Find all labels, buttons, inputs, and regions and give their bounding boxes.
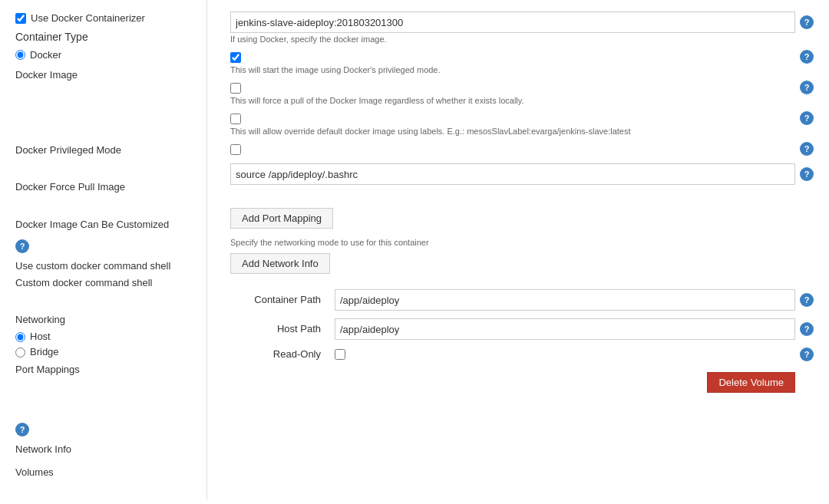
docker-force-pull-help-icon[interactable]: ?	[800, 81, 814, 94]
networking-help-icon-left[interactable]: ?	[15, 423, 29, 436]
host-path-label: Host Path	[277, 323, 321, 334]
right-panel: ? If using Docker, specify the docker im…	[207, 0, 829, 500]
networking-left-label: Networking	[15, 314, 65, 325]
container-path-help-icon[interactable]: ?	[800, 293, 814, 307]
custom-shell-help-icon[interactable]: ?	[800, 167, 814, 181]
bridge-radio[interactable]	[15, 348, 25, 357]
docker-image-hint: If using Docker, specify the docker imag…	[230, 35, 814, 44]
add-network-info-button[interactable]: Add Network Info	[230, 253, 330, 274]
docker-image-customized-help-icon[interactable]: ?	[800, 111, 814, 125]
docker-image-input[interactable]	[230, 12, 795, 33]
read-only-checkbox[interactable]	[335, 349, 345, 360]
docker-image-customized-hint: This will allow override default docker …	[230, 127, 814, 136]
left-panel: Use Docker Containerizer Container Type …	[0, 0, 207, 500]
custom-shell-left-label: Custom docker command shell	[15, 277, 152, 288]
docker-privileged-hint: This will start the image using Docker's…	[230, 65, 814, 74]
docker-image-customized-left-label: Docker Image Can Be Customized	[15, 219, 169, 230]
docker-force-pull-left-label: Docker Force Pull Image	[15, 181, 125, 193]
volumes-left-label: Volumes	[15, 466, 54, 478]
use-custom-shell-help-icon[interactable]: ?	[800, 142, 814, 156]
customized-help-icon-left[interactable]: ?	[15, 239, 29, 253]
read-only-label: Read-Only	[273, 348, 321, 360]
docker-radio[interactable]	[15, 50, 25, 60]
use-docker-label: Use Docker Containerizer	[31, 12, 145, 25]
network-info-left-label: Network Info	[15, 443, 71, 455]
host-radio-label: Host	[30, 330, 51, 344]
custom-shell-input[interactable]	[230, 163, 795, 185]
docker-privileged-checkbox[interactable]	[230, 52, 241, 63]
host-path-input[interactable]	[335, 318, 795, 340]
docker-privileged-help-icon[interactable]: ?	[800, 50, 814, 64]
docker-image-help-icon[interactable]: ?	[800, 15, 814, 29]
docker-image-customized-checkbox[interactable]	[230, 114, 241, 124]
bridge-radio-label: Bridge	[30, 345, 59, 359]
read-only-help-icon[interactable]: ?	[800, 348, 814, 361]
delete-volume-button[interactable]: Delete Volume	[707, 372, 795, 393]
container-path-input[interactable]	[335, 289, 795, 311]
host-radio[interactable]	[15, 332, 25, 342]
docker-privileged-left-label: Docker Privileged Mode	[15, 144, 121, 156]
docker-image-left-label: Docker Image	[15, 69, 78, 81]
use-docker-checkbox[interactable]	[15, 13, 26, 24]
container-type-label: Container Type	[15, 31, 88, 43]
add-port-mapping-button[interactable]: Add Port Mapping	[230, 208, 333, 229]
docker-force-pull-hint: This will force a pull of the Docker Ima…	[230, 96, 814, 105]
docker-radio-label: Docker	[30, 48, 61, 62]
port-mappings-left-label: Port Mappings	[15, 364, 80, 375]
docker-force-pull-checkbox[interactable]	[230, 83, 241, 94]
use-custom-shell-checkbox[interactable]	[230, 144, 241, 155]
container-path-label: Container Path	[254, 294, 321, 305]
networking-hint: Specify the networking mode to use for t…	[230, 238, 814, 247]
host-path-help-icon[interactable]: ?	[800, 322, 814, 336]
use-custom-shell-left-label: Use custom docker command shell	[15, 260, 170, 272]
